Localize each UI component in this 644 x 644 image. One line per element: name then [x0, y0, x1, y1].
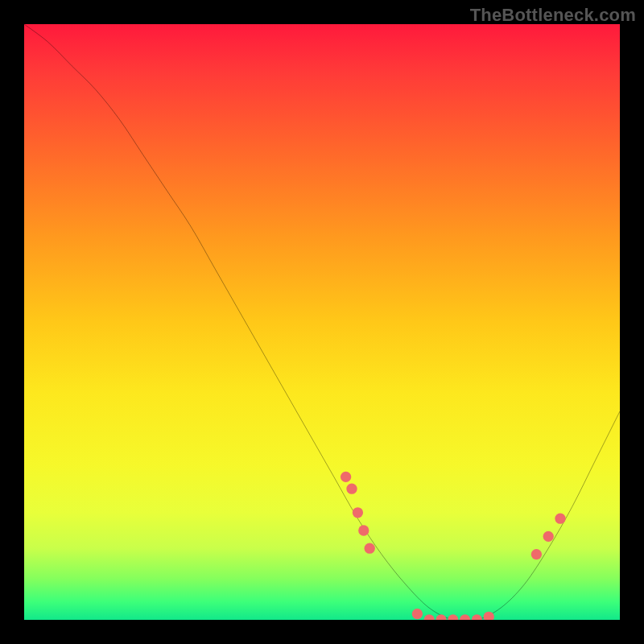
marker-dot — [365, 543, 375, 554]
marker-dot — [484, 612, 494, 620]
marker-dot — [353, 507, 363, 518]
marker-dot — [460, 614, 470, 620]
marker-dot — [358, 525, 369, 535]
marker-dot — [346, 484, 357, 494]
marker-group — [341, 472, 566, 620]
watermark-label: TheBottleneck.com — [470, 5, 636, 26]
marker-dot — [436, 614, 446, 620]
marker-dot — [555, 514, 565, 524]
marker-dot — [472, 614, 482, 620]
marker-dot — [448, 614, 458, 620]
marker-dot — [424, 614, 435, 620]
marker-dot — [341, 472, 351, 482]
curve-svg — [24, 24, 620, 620]
curve-path — [24, 24, 620, 620]
marker-dot — [543, 531, 554, 542]
marker-dot — [412, 609, 423, 619]
plot-area — [24, 24, 620, 620]
chart-frame: TheBottleneck.com — [0, 0, 644, 644]
marker-dot — [531, 549, 542, 559]
